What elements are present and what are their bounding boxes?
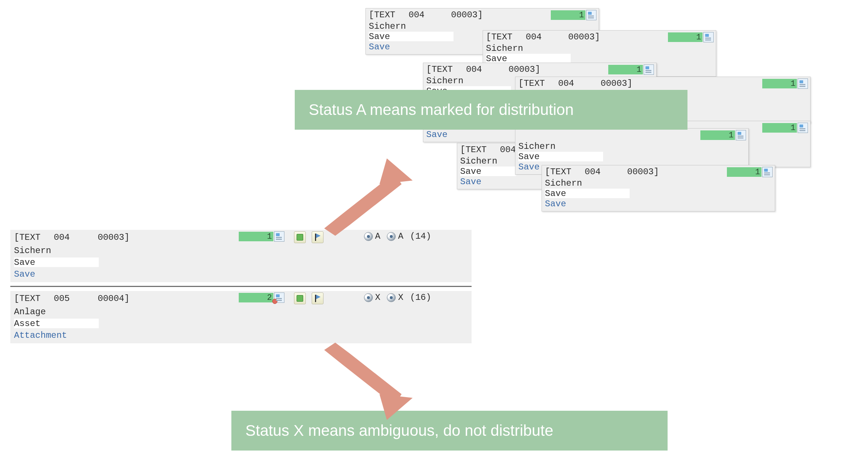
entry-a-block: [TEXT 004 00003] 1 A A (14) Sichern Save… xyxy=(10,230,472,282)
entry-x-row-en: Asset xyxy=(14,318,468,329)
distribution-tile: Save xyxy=(423,129,516,142)
tile-header-col3: 00003] xyxy=(508,64,540,74)
tile-header: [TEXT 004 00003] 1 xyxy=(423,63,656,76)
entry-x-row-de: Anlage xyxy=(14,306,468,318)
document-icon[interactable] xyxy=(798,123,808,133)
copy-icon[interactable] xyxy=(294,231,306,243)
entry-x-hdr-col2: 005 xyxy=(54,294,70,304)
entry-x-hdr-col3: 00004] xyxy=(98,294,129,304)
tile-row-en: Save xyxy=(518,151,745,162)
tile-row-link[interactable]: Save xyxy=(545,199,772,209)
entry-a-row-en: Save xyxy=(14,256,468,268)
banner-status-x-text: Status X means ambiguous, do not distrib… xyxy=(245,422,553,439)
entry-a-rows: Sichern Save Save xyxy=(10,245,472,282)
document-icon[interactable] xyxy=(736,130,746,140)
tile-header-col2: 004 xyxy=(500,145,516,155)
entry-x-header: [TEXT 005 00004] 2 X X (16) xyxy=(10,291,472,306)
indicator: 1 xyxy=(608,64,654,75)
banner-status-x: Status X means ambiguous, do not distrib… xyxy=(231,411,668,451)
indicator-count: 1 xyxy=(608,65,643,74)
tile-header-col1: [TEXT xyxy=(545,167,571,177)
radio-icon xyxy=(364,293,373,302)
banner-status-a-text: Status A means marked for distribution xyxy=(309,101,574,119)
flag-icon[interactable] xyxy=(312,292,323,304)
entry-x-count: (16) xyxy=(410,292,431,302)
tile-header-col1: [TEXT xyxy=(369,10,395,20)
tile-header-col1: [TEXT xyxy=(486,32,512,42)
entry-a-hdr-col1: [TEXT xyxy=(14,232,41,242)
document-icon[interactable] xyxy=(762,167,773,177)
tile-header: [TEXT 004 00003] 1 xyxy=(515,77,810,90)
indicator-count: 1 xyxy=(668,32,703,42)
document-icon[interactable] xyxy=(274,231,284,242)
tile-header: 1 xyxy=(515,129,748,141)
document-icon[interactable] xyxy=(703,32,714,42)
indicator: 1 xyxy=(762,123,808,133)
tile-header-col2: 004 xyxy=(585,167,601,177)
tile-row-link[interactable]: Save xyxy=(426,129,512,140)
indicator-count: 1 xyxy=(551,10,585,20)
entry-x-status-group: X X (16) xyxy=(364,292,431,302)
indicator: 1 xyxy=(727,167,773,177)
tile-row-de: Sichern xyxy=(545,178,772,188)
tile-header-col2: 004 xyxy=(526,32,542,42)
tile-header-col3: 00003] xyxy=(568,32,600,42)
tile-input[interactable]: Save xyxy=(545,189,630,198)
entry-a-toolbar xyxy=(294,231,323,243)
indicator: 1 xyxy=(762,78,808,89)
entry-x-block: [TEXT 005 00004] 2 X X (16) Anlage Asset… xyxy=(10,291,472,343)
tile-header-col2: 004 xyxy=(409,10,424,20)
entry-x-rows: Anlage Asset Attachment xyxy=(10,306,472,343)
document-icon[interactable] xyxy=(274,292,284,303)
tile-input[interactable]: Save xyxy=(518,152,603,161)
status-x-left-label: X xyxy=(375,292,380,302)
tile-header: [TEXT 004 00003] 1 xyxy=(483,31,716,43)
tile-header-col3: 00003] xyxy=(627,167,659,177)
entry-x-indicator: 2 xyxy=(239,292,284,303)
tile-header: [TEXT 004 00003] 1 xyxy=(366,8,599,21)
tile-row-en: Save xyxy=(545,188,772,199)
copy-icon[interactable] xyxy=(294,292,306,304)
entry-a-input[interactable]: Save xyxy=(14,257,99,267)
tile-header-col1: [TEXT xyxy=(426,64,453,74)
entry-a-row-link[interactable]: Save xyxy=(14,268,468,280)
banner-status-a: Status A means marked for distribution xyxy=(295,90,687,130)
indicator-count: 1 xyxy=(762,123,797,133)
document-icon[interactable] xyxy=(798,78,808,89)
tile-row-de: Sichern xyxy=(369,21,596,31)
tile-input[interactable]: Save xyxy=(486,54,571,63)
tile-header-col1: [TEXT xyxy=(518,78,545,88)
tile-row-en: Save xyxy=(486,53,713,64)
indicator-count: 1 xyxy=(727,167,762,177)
distribution-tile: [TEXT 004 00003] 1 Sichern Save Save xyxy=(542,165,775,211)
tile-row-de: Sichern xyxy=(486,43,713,53)
arrow-up-icon xyxy=(324,158,413,236)
tile-row-de: Sichern xyxy=(518,141,745,151)
indicator-count: 1 xyxy=(762,79,797,88)
entry-x-input[interactable]: Asset xyxy=(14,319,99,328)
tile-input[interactable]: Save xyxy=(369,32,454,41)
flag-icon[interactable] xyxy=(312,231,323,243)
radio-icon xyxy=(387,293,396,302)
entry-x-hdr-col1: [TEXT xyxy=(14,294,41,304)
indicator: 1 xyxy=(700,130,746,140)
entry-a-hdr-col3: 00003] xyxy=(98,232,129,242)
entry-a-indicator: 1 xyxy=(239,231,284,242)
document-icon[interactable] xyxy=(586,10,596,20)
tile-header-col3: 00003] xyxy=(451,10,483,20)
section-divider xyxy=(10,286,472,287)
entry-a-row-de: Sichern xyxy=(14,245,468,256)
tile-header-col3: 00003] xyxy=(601,78,632,88)
status-x-right-label: X xyxy=(398,292,403,302)
tile-header-col2: 004 xyxy=(466,64,482,74)
alert-badge-icon xyxy=(272,299,277,304)
entry-a-hdr-col2: 004 xyxy=(54,232,70,242)
entry-x-row-link[interactable]: Attachment xyxy=(14,329,468,341)
document-icon[interactable] xyxy=(644,64,654,75)
status-x-right[interactable]: X xyxy=(387,292,403,302)
entry-a-indicator-count: 1 xyxy=(239,232,273,241)
indicator: 1 xyxy=(551,10,596,20)
tile-header-col2: 004 xyxy=(558,78,574,88)
status-x-left[interactable]: X xyxy=(364,292,380,302)
indicator-count: 1 xyxy=(700,130,735,140)
